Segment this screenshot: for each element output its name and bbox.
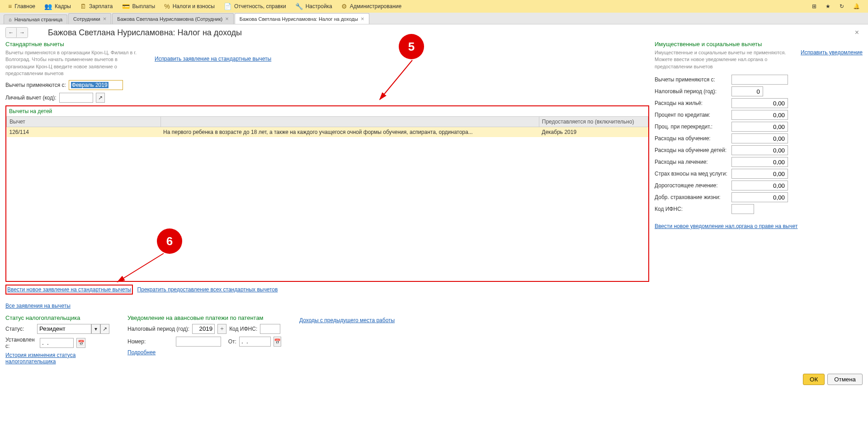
property-hint: Имущественные и социальные вычеты не при… — [655, 49, 797, 70]
fix-std-link[interactable]: Исправить заявление на стандартные вычет… — [155, 56, 271, 62]
status-history-link[interactable]: История изменения статуса налогоплательщ… — [5, 352, 75, 365]
tab-bar: ⌂Начальная страница Сотрудники× Бажова С… — [0, 13, 868, 24]
menu-kadry[interactable]: 👥Кадры — [40, 0, 75, 13]
children-table: Вычет Предоставляется по (включительно) … — [6, 116, 648, 137]
patent-number-label: Номер: — [127, 338, 173, 345]
tab-employees[interactable]: Сотрудники× — [68, 13, 111, 24]
prop-row-input[interactable] — [731, 133, 788, 143]
prop-row-input[interactable] — [731, 110, 788, 120]
prop-row-label: Процент по кредитам: — [655, 112, 731, 118]
new-std-statement-link[interactable]: Ввести новое заявление на стандартные вы… — [5, 285, 133, 295]
stop-std-link[interactable]: Прекратить предоставление всех стандартн… — [137, 286, 278, 293]
tab-employee-card[interactable]: Бажова Светлана Нурисламовна (Сотрудник)… — [112, 13, 233, 24]
open-ref-button[interactable]: ↗ — [96, 93, 105, 103]
close-icon[interactable]: × — [225, 15, 229, 22]
close-page-button[interactable]: × — [851, 29, 863, 37]
people-icon: 👥 — [44, 3, 52, 10]
close-icon[interactable]: × — [361, 15, 364, 22]
prop-row-input[interactable] — [731, 181, 788, 190]
callout-5: 5 — [399, 34, 424, 59]
calendar-icon[interactable]: 📅 — [76, 338, 85, 348]
dropdown-button[interactable]: ▾ — [91, 324, 100, 334]
personal-code-label: Личный вычет (код): — [5, 95, 57, 101]
personal-code-input[interactable] — [59, 93, 93, 103]
patent-title: Уведомление на авансовые платежи по пате… — [127, 314, 281, 321]
tab-start[interactable]: ⌂Начальная страница — [4, 14, 67, 24]
prev-income-link[interactable]: Доходы с предыдущего места работы — [299, 317, 395, 323]
prop-tax-period-input[interactable] — [731, 86, 763, 96]
set-from-label: Установлен с: — [5, 337, 37, 349]
menu-admin[interactable]: ⚙Администрирование — [337, 0, 406, 13]
close-icon[interactable]: × — [103, 15, 107, 22]
new-notice-link[interactable]: Ввести новое уведомление нал.органа о пр… — [655, 223, 797, 229]
prop-row-label: Добр. страхование жизни: — [655, 194, 731, 200]
patent-number-input[interactable] — [176, 337, 221, 347]
menu-settings[interactable]: 🔧Настройка — [291, 0, 337, 13]
history-icon[interactable]: ↻ — [835, 0, 849, 13]
tab-tax[interactable]: Бажова Светлана Нурисламовна: Налог на д… — [235, 13, 369, 24]
deduction-until: Декабрь 2019 — [539, 127, 648, 137]
open-ref-button[interactable]: ↗ — [100, 324, 109, 334]
patent-from-input[interactable] — [239, 337, 271, 347]
menu-nalogi[interactable]: %Налоги и взносы — [160, 0, 219, 13]
menu-icon: ≡ — [8, 3, 12, 10]
menu-vyplaty[interactable]: 💳Выплаты — [118, 0, 160, 13]
prop-row-label: Страх взносы на мед услуги: — [655, 171, 731, 177]
fix-notice-link[interactable]: Исправить уведомление — [801, 49, 863, 56]
spinner-button[interactable]: ÷ — [217, 324, 226, 334]
deduction-code: 126/114 — [7, 127, 161, 137]
prop-row-label: Расходы на жильё: — [655, 100, 731, 106]
set-from-input[interactable] — [40, 338, 74, 348]
col-until: Предоставляется по (включительно) — [539, 116, 648, 127]
patent-tax-period-label: Налоговый период (год): — [127, 326, 189, 332]
menu-reports[interactable]: 📄Отчетность, справки — [219, 0, 291, 13]
prop-tax-period-label: Налоговый период (год): — [655, 88, 731, 95]
percent-icon: % — [164, 3, 170, 10]
prop-row-input[interactable] — [731, 169, 788, 179]
prop-row-input[interactable] — [731, 122, 788, 132]
back-button[interactable]: ← — [6, 28, 17, 38]
page-toolbar: ← → Бажова Светлана Нурисламовна: Налог … — [0, 24, 868, 41]
calc-icon: 🗓 — [80, 3, 86, 10]
prop-applied-from-input[interactable] — [731, 75, 788, 85]
prop-row-label: Расходы на обучение: — [655, 135, 731, 142]
page-title: Бажова Светлана Нурисламовна: Налог на д… — [48, 28, 242, 38]
prop-row-input[interactable] — [731, 98, 788, 108]
menu-zarplata[interactable]: 🗓Зарплата — [75, 0, 118, 13]
applied-from-input[interactable]: Февраль 2019 — [69, 80, 123, 90]
patent-tax-period-input[interactable] — [192, 324, 215, 334]
all-statements-link[interactable]: Все заявления на вычеты — [5, 303, 71, 309]
home-icon: ⌂ — [9, 17, 12, 22]
gear-icon: ⚙ — [341, 3, 347, 10]
prop-row-label: Проц. при перекредит.: — [655, 124, 731, 130]
forward-button[interactable]: → — [17, 28, 28, 38]
prop-row-input[interactable] — [731, 192, 788, 202]
prop-row-label: Расходы на лечение: — [655, 159, 731, 165]
doc-icon: 📄 — [224, 3, 231, 10]
prop-row-input[interactable] — [731, 157, 788, 167]
table-row[interactable]: 126/114 На первого ребенка в возрасте до… — [7, 127, 648, 137]
calendar-icon[interactable]: 📅 — [274, 337, 281, 347]
prop-ifns-label: Код ИФНС: — [655, 206, 731, 212]
ok-button[interactable]: ОК — [803, 374, 825, 385]
prop-row-input[interactable] — [731, 145, 788, 155]
prop-ifns-input[interactable] — [731, 204, 754, 214]
callout-6: 6 — [157, 228, 182, 254]
main-menu-bar: ≡Главное 👥Кадры 🗓Зарплата 💳Выплаты %Нало… — [0, 0, 868, 13]
status-label: Статус: — [5, 326, 34, 332]
applied-from-label: Вычеты применяются с: — [5, 82, 66, 88]
status-select[interactable] — [37, 324, 91, 334]
bell-icon[interactable]: 🔔 — [849, 0, 864, 13]
cancel-button[interactable]: Отмена — [827, 374, 863, 385]
star-icon[interactable]: ★ — [821, 0, 835, 13]
apps-icon[interactable]: ⊞ — [807, 0, 821, 13]
property-title: Имущественные и социальные вычеты — [655, 41, 863, 48]
patent-more-link[interactable]: Подробнее — [127, 349, 156, 356]
deduction-desc: На первого ребенка в возрасте до 18 лет,… — [160, 127, 539, 137]
wallet-icon: 💳 — [122, 3, 130, 10]
col-vychet: Вычет — [7, 116, 161, 127]
std-deductions-title: Стандартные вычеты — [5, 41, 649, 48]
menu-main[interactable]: ≡Главное — [4, 0, 40, 13]
taxpayer-status-title: Статус налогоплательщика — [5, 314, 109, 321]
patent-ifns-input[interactable] — [260, 324, 280, 334]
